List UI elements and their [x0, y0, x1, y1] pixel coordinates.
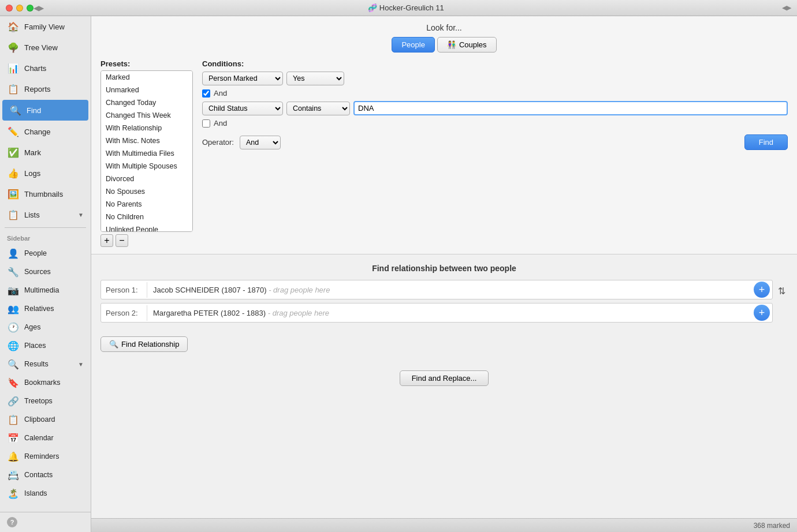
condition2-operator-select[interactable]: Contains Is Is Not Starts With [286, 102, 350, 115]
sidebar-label-thumbnails: Thumbnails [24, 190, 84, 198]
condition1-operator-select[interactable]: Yes No Is Is Not [286, 72, 344, 85]
preset-item-7[interactable]: With Multiple Spouses [101, 160, 192, 173]
sidebar-item-lists[interactable]: Lists ▼ [0, 204, 91, 225]
sidebar-label-change: Change [24, 128, 84, 136]
sidebar-item-contacts[interactable]: Contacts [0, 466, 91, 484]
sidebar-item-logs[interactable]: Logs [0, 163, 91, 183]
conditions-label: Conditions: [202, 59, 788, 68]
find-relationship-button[interactable]: 🔍 Find Relationship [100, 336, 188, 352]
sidebar-item-calendar[interactable]: Calendar [0, 429, 91, 447]
sidebar: Family View Tree View Charts Reports Fin… [0, 16, 91, 532]
sidebar-label-find: Find [27, 106, 81, 115]
remove-preset-button[interactable]: − [116, 234, 128, 247]
person2-drag-hint: - drag people here [268, 309, 329, 317]
sidebar-item-family-view[interactable]: Family View [0, 16, 91, 37]
sidebar-item-reports[interactable]: Reports [0, 78, 91, 99]
condition-row-and-3: And [202, 119, 788, 128]
sidebar-label-mark: Mark [24, 148, 84, 157]
person1-add-button[interactable]: + [754, 282, 770, 298]
help-icon[interactable]: ? [7, 517, 17, 527]
sidebar-item-mark[interactable]: Mark [0, 142, 91, 163]
sidebar-label-treetops: Treetops [24, 397, 84, 405]
sidebar-label-reports: Reports [24, 85, 84, 93]
presets-list[interactable]: MarkedUnmarkedChanged TodayChanged This … [100, 70, 193, 232]
sidebar-label-places: Places [24, 342, 84, 350]
sidebar-item-people[interactable]: People [0, 244, 91, 263]
preset-item-1[interactable]: Unmarked [101, 84, 192, 96]
preset-item-3[interactable]: Changed This Week [101, 109, 192, 122]
icon-tree-view [7, 41, 20, 54]
sidebar-item-tree-view[interactable]: Tree View [0, 37, 91, 58]
sidebar-item-bookmarks[interactable]: Bookmarks [0, 373, 91, 392]
preset-item-12[interactable]: Unlinked People [101, 223, 192, 232]
people-button[interactable]: People [392, 37, 434, 53]
condition1-field-select[interactable]: Person Marked Birth Date Death Date Chil… [202, 72, 283, 85]
sidebar-item-islands[interactable]: Islands [0, 484, 91, 503]
condition2-text-input[interactable]: DNA [353, 101, 788, 115]
icon-change [7, 125, 20, 138]
preset-item-2[interactable]: Changed Today [101, 96, 192, 109]
condition2-checkbox[interactable] [202, 89, 210, 98]
icon-clipboard [7, 413, 20, 426]
sidebar-label-lists: Lists [24, 211, 73, 219]
preset-item-10[interactable]: No Parents [101, 198, 192, 211]
sidebar-label-bookmarks: Bookmarks [24, 379, 84, 387]
conditions-panel: Conditions: Person Marked Birth Date Dea… [202, 59, 788, 247]
sidebar-help[interactable]: ? [0, 512, 91, 532]
person1-label: Person 1: [101, 282, 147, 298]
status-text: 368 marked [754, 522, 790, 530]
person1-row: Person 1: Jacob SCHNEIDER (1807 - 1870) … [100, 280, 773, 299]
swap-persons-button[interactable]: ⇅ [775, 280, 788, 302]
preset-item-6[interactable]: With Multimedia Files [101, 147, 192, 160]
left-nav-arrows[interactable]: ◀▶ [33, 4, 44, 12]
person2-row: Person 2: Margaretha PETER (1802 - 1883)… [100, 303, 773, 323]
sidebar-item-results[interactable]: Results ▼ [0, 355, 91, 373]
icon-contacts [7, 469, 20, 481]
sidebar-item-ages[interactable]: Ages [0, 318, 91, 336]
icon-thumbnails [7, 188, 20, 200]
sidebar-item-sources[interactable]: Sources [0, 263, 91, 281]
right-nav-arrows[interactable]: ◀▶ [768, 4, 791, 12]
look-for-title: Look for... [426, 23, 461, 32]
sidebar-item-treetops[interactable]: Treetops [0, 392, 91, 410]
find-replace-button[interactable]: Find and Replace... [400, 370, 489, 386]
icon-sources [7, 265, 20, 278]
window-title: 🧬 Hocker-Greulich 11 [44, 3, 768, 12]
sidebar-item-charts[interactable]: Charts [0, 58, 91, 78]
sidebar-label-clipboard: Clipboard [24, 415, 84, 424]
sidebar-item-thumbnails[interactable]: Thumbnails [0, 183, 91, 204]
presets-list-wrapper: MarkedUnmarkedChanged TodayChanged This … [100, 70, 193, 232]
preset-item-11[interactable]: No Children [101, 211, 192, 223]
icon-treetops [7, 395, 20, 407]
maximize-button[interactable] [27, 5, 33, 12]
preset-item-0[interactable]: Marked [101, 71, 192, 84]
window-controls[interactable] [6, 5, 33, 12]
person2-add-button[interactable]: + [754, 305, 770, 321]
sidebar-item-find[interactable]: Find [2, 100, 88, 121]
sidebar-label-people: People [24, 249, 84, 257]
sidebar-label-logs: Logs [24, 169, 84, 178]
sidebar-item-reminders[interactable]: Reminders [0, 447, 91, 466]
sidebar-item-change[interactable]: Change [0, 121, 91, 142]
condition2-field-select[interactable]: Child Status Birth Date Death Date [202, 102, 283, 115]
condition3-checkbox[interactable] [202, 119, 210, 128]
close-button[interactable] [6, 5, 13, 12]
person1-drag-hint: - drag people here [269, 286, 330, 294]
sidebar-item-multimedia[interactable]: Multimedia [0, 281, 91, 299]
sidebar-item-relatives[interactable]: Relatives [0, 299, 91, 318]
person2-value: Margaretha PETER (1802 - 1883) - drag pe… [147, 305, 751, 321]
add-preset-button[interactable]: + [100, 234, 113, 247]
preset-item-8[interactable]: Divorced [101, 173, 192, 185]
person2-label: Person 2: [101, 305, 147, 321]
sidebar-label-islands: Islands [24, 489, 84, 497]
person1-value: Jacob SCHNEIDER (1807 - 1870) - drag peo… [147, 282, 751, 298]
couples-button[interactable]: 👫 Couples [437, 37, 497, 53]
preset-item-4[interactable]: With Relationship [101, 122, 192, 134]
minimize-button[interactable] [16, 5, 23, 12]
sidebar-item-clipboard[interactable]: Clipboard [0, 410, 91, 429]
operator-select[interactable]: And Or [240, 136, 281, 149]
preset-item-5[interactable]: With Misc. Notes [101, 134, 192, 147]
find-button[interactable]: Find [744, 134, 788, 150]
sidebar-item-places[interactable]: Places [0, 336, 91, 355]
preset-item-9[interactable]: No Spouses [101, 185, 192, 198]
